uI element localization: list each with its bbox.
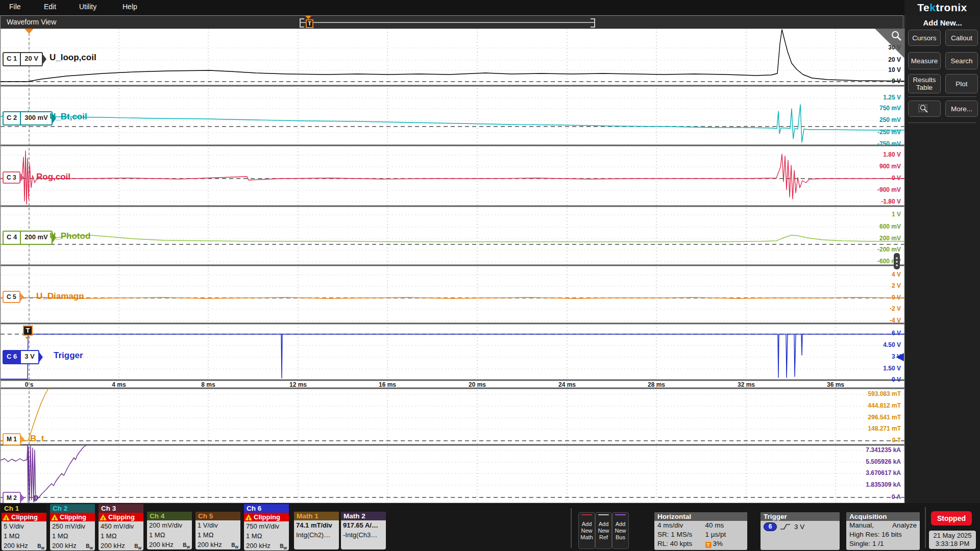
clipping-warning: !Clipping (2, 513, 46, 521)
axis-label: 7.341235 kA (831, 446, 901, 454)
more-button[interactable]: More... (945, 101, 978, 117)
add-new-ref-button[interactable]: AddNewRef (595, 512, 612, 549)
add-new-bus-button[interactable]: AddNewBus (612, 512, 629, 549)
badge-pointer (19, 292, 24, 302)
channel-badge-ch6[interactable]: Ch 6!Clipping750 mV/div1 MΩ200 kHzBW (244, 504, 289, 550)
warning-icon: ! (245, 514, 252, 520)
time-axis-label: 12 ms (282, 381, 314, 388)
channel-badge-c1[interactable]: C 120 V (3, 52, 43, 66)
axis-label: -900 mV (831, 186, 901, 193)
add-new-search-button[interactable]: Search (945, 52, 978, 69)
badge-row: 200 kHzBW (50, 541, 95, 550)
badge-title: Ch 2 (50, 504, 95, 513)
add-new-callout-button[interactable]: Callout (945, 30, 978, 46)
channel-badge-c2[interactable]: C 2300 mV (3, 111, 53, 126)
badge-row: 250 mV/div (50, 521, 95, 531)
axis-label: 10 V (831, 66, 901, 73)
add-new-math-button[interactable]: AddNewMath (578, 512, 595, 549)
axis-label: 750 mV (831, 105, 901, 112)
badge-row: 200 mV/div (147, 520, 192, 530)
minimap-right-bracket[interactable] (591, 18, 595, 28)
warning-icon: ! (51, 514, 58, 520)
menu-item-file[interactable]: File (9, 3, 21, 11)
channel-badge-c4[interactable]: C 4200 mV (3, 231, 53, 245)
acquisition-panel[interactable]: AcquisitionManual,AnalyzeHigh Res: 16 bi… (846, 512, 920, 550)
brand-text: Te (917, 2, 929, 13)
axis-label: 0 V (831, 78, 901, 85)
channel-badge-ch2[interactable]: Ch 2!Clipping250 mV/div1 MΩ200 kHzBW (50, 504, 95, 550)
axis-label: 30 V (831, 44, 901, 51)
add-new-measure-button[interactable]: Measure (908, 52, 941, 69)
clipping-warning: !Clipping (50, 513, 95, 521)
channel-badge-c6[interactable]: C 63 V (3, 350, 39, 364)
channel-badge-ch3[interactable]: Ch 3!Clipping450 mV/div1 MΩ200 kHzBW (99, 504, 143, 550)
axis-label: 0 T (831, 437, 901, 444)
math-badge-math2[interactable]: Math 2917.65 A/…-Intg(Ch3… (341, 512, 386, 549)
time-axis-label: 4 ms (103, 381, 135, 388)
trigger-row: 63 V (761, 522, 840, 532)
bandwidth-limit-icon: BW (231, 540, 238, 549)
axis-label: -750 mV (831, 140, 901, 147)
badge-title: Math 2 (341, 512, 386, 520)
menu-item-help[interactable]: Help (122, 3, 137, 11)
minimap-trigger-icon[interactable]: T (306, 19, 313, 28)
axis-label: 1.80 V (831, 151, 901, 158)
minimap-left-bracket[interactable] (300, 18, 304, 28)
channel-badge-c5[interactable]: C 5 (3, 291, 20, 303)
math-badge-math1[interactable]: Math 174.1 mT/divIntg(Ch2)… (294, 512, 339, 549)
waveform-view-title: Waveform View (7, 18, 56, 26)
badge-pointer (20, 493, 24, 503)
add-new-results-table-button[interactable]: Results Table (908, 74, 941, 93)
trigger-level-arrow[interactable] (896, 353, 904, 361)
horizontal-panel[interactable]: Horizontal4 ms/div40 msSR: 1 MS/s1 µs/pt… (654, 512, 747, 550)
trigger-panel[interactable]: Trigger63 V (761, 512, 840, 550)
add-new-plot-button[interactable]: Plot (945, 74, 978, 93)
badge-title: Ch 6 (244, 504, 289, 513)
panel-drag-handle[interactable] (894, 253, 900, 269)
clipping-label: Clipping (11, 513, 38, 521)
axis-label: 5.505926 kA (831, 458, 901, 465)
axis-label: 4.50 V (831, 341, 901, 348)
horizontal-position-minimap[interactable]: T (301, 16, 594, 29)
trigger-source-icon[interactable]: T (23, 325, 33, 336)
channel-id: C 3 (4, 172, 19, 183)
channel-label-b-t: B_t (30, 434, 44, 444)
channel-badge-m1[interactable]: M 1 (3, 433, 21, 445)
badge-row: 1 MΩ (147, 530, 192, 540)
badge-title: Ch 3 (99, 504, 143, 513)
time-axis-label: 28 ms (640, 381, 673, 388)
axis-label: 0 V (831, 294, 901, 301)
badge-title: Math 1 (294, 512, 339, 520)
menu-item-edit[interactable]: Edit (44, 3, 56, 11)
channel-label-u-diamagn: U_Diamagn (36, 291, 84, 302)
channel-badge-c3[interactable]: C 3 (3, 171, 20, 184)
badge-pointer (20, 434, 24, 444)
time-axis-label: 20 ms (461, 381, 494, 388)
time-axis-label: 16 ms (371, 381, 404, 388)
add-new-cursors-button[interactable]: Cursors (908, 30, 941, 46)
channel-badge-ch4[interactable]: Ch 4200 mV/div1 MΩ200 kHzBW (147, 512, 192, 549)
zoom-select-button[interactable] (908, 101, 941, 117)
axis-label: -600 mV (831, 258, 901, 265)
trigger-source-badge: 6 (764, 522, 777, 531)
badge-title: Ch 5 (195, 512, 240, 520)
magnifier-icon (921, 106, 925, 110)
axis-label: 1 V (831, 211, 901, 218)
run-state-stopped[interactable]: Stopped (931, 511, 972, 525)
time-axis-label: 32 ms (730, 381, 763, 388)
axis-label: 200 mV (831, 235, 901, 242)
channel-id: C 1 (4, 53, 20, 65)
brand-text2: tronix (936, 2, 967, 13)
channel-id: C 5 (4, 292, 19, 302)
menu-item-utility[interactable]: Utility (79, 3, 96, 11)
channel-badge-ch5[interactable]: Ch 51 V/div1 MΩ200 kHzBW (195, 512, 240, 549)
footer-divider (925, 507, 926, 548)
channel-badge-m2[interactable]: M 2 (3, 492, 21, 504)
channel-label-p: p (33, 492, 38, 503)
clipping-warning: !Clipping (244, 513, 289, 521)
trigger-top-caret[interactable] (24, 29, 34, 34)
axis-label: 1.50 V (831, 365, 901, 372)
waveform-plot-area[interactable]: 30 V20 V10 V0 V1.25 V750 mV250 mV-250 mV… (0, 29, 904, 503)
trigger-position-icon: T (705, 542, 712, 548)
channel-badge-ch1[interactable]: Ch 1!Clipping5 V/div1 MΩ200 kHzBW (2, 504, 46, 550)
